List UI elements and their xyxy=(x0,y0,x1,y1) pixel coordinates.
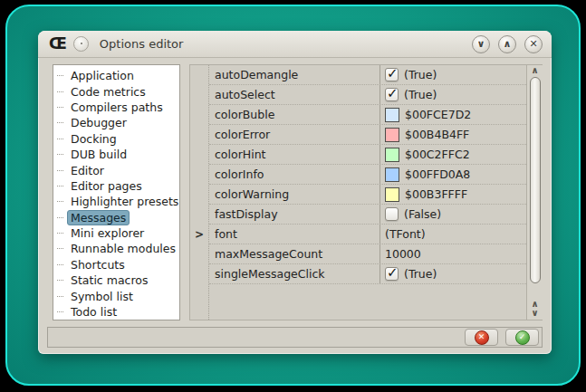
property-row-autoDemangle[interactable]: autoDemangle✓(True) xyxy=(209,65,526,85)
scroll-down-icon[interactable]: ∨ xyxy=(531,309,538,318)
sidebar-item-editor[interactable]: Editor xyxy=(55,162,179,177)
sidebar-item-shortcuts[interactable]: Shortcuts xyxy=(55,257,179,272)
cancel-button[interactable]: ✕ xyxy=(465,329,498,346)
scrollbar-thumb[interactable] xyxy=(530,77,541,283)
property-grid-gutter: > xyxy=(190,65,209,320)
sidebar-item-label: Todo list xyxy=(67,304,120,320)
sidebar-item-label: Docking xyxy=(67,131,120,147)
property-value[interactable]: $00FCE7D2 xyxy=(379,105,526,124)
check-icon: ✓ xyxy=(387,85,399,101)
sidebar-item-label: Symbol list xyxy=(67,289,137,304)
property-value-text: $00B3FFFF xyxy=(405,187,467,201)
sidebar-item-runnable-modules[interactable]: Runnable modules xyxy=(55,241,179,256)
category-tree[interactable]: ApplicationCode metricsCompilers pathsDe… xyxy=(53,64,180,320)
cancel-x-icon: ✕ xyxy=(475,330,489,345)
titlebar[interactable]: Œ Options editor ∨ ∧ ✕ xyxy=(38,31,552,58)
sidebar-item-label: Editor xyxy=(67,163,108,178)
property-row-autoSelect[interactable]: autoSelect✓(True) xyxy=(209,85,526,105)
window-controls: ∨ ∧ ✕ xyxy=(472,35,543,53)
accept-button[interactable]: ✓ xyxy=(505,329,539,346)
content-area: ApplicationCode metricsCompilers pathsDe… xyxy=(38,58,552,322)
sidebar-item-mini-explorer[interactable]: Mini explorer xyxy=(55,225,179,241)
property-row-colorError[interactable]: colorError$00B4B4FF xyxy=(209,125,526,145)
sidebar-item-debugger[interactable]: Debugger xyxy=(55,115,179,130)
property-value[interactable]: (TFont) xyxy=(379,225,526,244)
sidebar-item-todo-list[interactable]: Todo list xyxy=(55,304,179,320)
gutter-cell xyxy=(190,105,208,125)
window-menu-button[interactable] xyxy=(73,36,89,52)
maximize-button[interactable]: ∧ xyxy=(498,35,516,53)
accept-check-icon: ✓ xyxy=(515,330,530,345)
sidebar-item-compilers-paths[interactable]: Compilers paths xyxy=(55,100,179,115)
property-name: colorHint xyxy=(209,145,379,164)
sidebar-item-docking[interactable]: Docking xyxy=(55,131,179,147)
sidebar-item-label: DUB build xyxy=(67,147,130,162)
color-swatch[interactable] xyxy=(385,187,399,202)
vertical-scrollbar[interactable]: ∧ ∧ ∨ xyxy=(526,65,543,320)
check-icon: ✓ xyxy=(387,65,399,81)
property-row-singleMessageClick[interactable]: singleMessageClick✓(True) xyxy=(209,264,526,284)
property-name: colorBuble xyxy=(209,105,379,124)
sidebar-item-label: Code metrics xyxy=(67,84,149,100)
property-value[interactable]: $00B4B4FF xyxy=(379,125,526,144)
property-value[interactable]: ✓(True) xyxy=(379,85,526,104)
sidebar-item-static-macros[interactable]: Static macros xyxy=(55,272,179,288)
property-value[interactable]: $00B3FFFF xyxy=(379,185,526,204)
sidebar-item-label: Shortcuts xyxy=(67,257,129,272)
checkbox-checked-icon[interactable]: ✓ xyxy=(385,68,399,81)
color-swatch[interactable] xyxy=(385,128,399,142)
sidebar-item-label: Debugger xyxy=(67,115,130,130)
checkbox-unchecked-icon[interactable] xyxy=(385,207,399,221)
property-name: autoDemangle xyxy=(209,65,379,84)
property-row-font[interactable]: font(TFont) xyxy=(209,225,526,244)
dialog-footer: ✕ ✓ xyxy=(47,327,543,348)
sidebar-item-highlighter-presets[interactable]: Highlighter presets xyxy=(55,194,179,209)
sidebar-item-label: Runnable modules xyxy=(67,241,179,256)
property-value-text: 10000 xyxy=(385,247,421,261)
property-name: font xyxy=(209,225,379,244)
property-name: colorError xyxy=(209,125,379,144)
property-value-text: $00B4B4FF xyxy=(405,128,469,141)
property-name: colorWarning xyxy=(209,185,379,204)
sidebar-item-dub-build[interactable]: DUB build xyxy=(55,147,179,162)
window-title: Options editor xyxy=(100,37,184,51)
minimize-button[interactable]: ∨ xyxy=(472,35,490,53)
checkbox-checked-icon[interactable]: ✓ xyxy=(385,88,399,101)
property-row-maxMessageCount[interactable]: maxMessageCount10000 xyxy=(209,244,526,264)
property-grid-rows: autoDemangle✓(True)autoSelect✓(True)colo… xyxy=(209,65,526,320)
gutter-cell xyxy=(190,244,208,264)
sidebar-item-messages[interactable]: Messages xyxy=(55,210,179,225)
property-value[interactable]: ✓(True) xyxy=(379,264,526,283)
color-swatch[interactable] xyxy=(385,167,399,182)
checkbox-checked-icon[interactable]: ✓ xyxy=(385,267,399,281)
property-row-colorBuble[interactable]: colorBuble$00FCE7D2 xyxy=(209,105,526,125)
property-row-fastDisplay[interactable]: fastDisplay(False) xyxy=(209,205,526,225)
sidebar-item-application[interactable]: Application xyxy=(55,68,179,83)
gutter-cell xyxy=(190,65,208,85)
property-row-colorWarning[interactable]: colorWarning$00B3FFFF xyxy=(209,185,526,205)
property-value-text: (True) xyxy=(404,68,437,81)
property-value[interactable]: 10000 xyxy=(379,244,526,263)
close-button[interactable]: ✕ xyxy=(524,35,543,53)
property-value[interactable]: (False) xyxy=(379,205,526,224)
property-value[interactable]: $00FFD0A8 xyxy=(379,165,526,184)
property-value[interactable]: $00C2FFC2 xyxy=(379,145,526,164)
property-name: fastDisplay xyxy=(209,205,379,224)
sidebar-item-symbol-list[interactable]: Symbol list xyxy=(55,288,179,303)
sidebar-item-label: Application xyxy=(67,68,138,83)
sidebar-item-label: Static macros xyxy=(67,272,151,288)
property-name: singleMessageClick xyxy=(209,264,379,283)
property-name: colorInfo xyxy=(209,165,379,184)
color-swatch[interactable] xyxy=(385,148,399,162)
property-value-text: (TFont) xyxy=(385,227,426,241)
property-row-colorInfo[interactable]: colorInfo$00FFD0A8 xyxy=(209,165,526,185)
sidebar-item-editor-pages[interactable]: Editor pages xyxy=(55,178,179,194)
scroll-up-icon[interactable]: ∧ xyxy=(531,66,538,75)
sidebar-item-code-metrics[interactable]: Code metrics xyxy=(55,83,179,99)
property-value[interactable]: ✓(True) xyxy=(379,65,526,84)
property-name: maxMessageCount xyxy=(209,244,379,263)
color-swatch[interactable] xyxy=(385,108,399,122)
panel-splitter[interactable] xyxy=(180,64,189,322)
gutter-cell xyxy=(190,264,208,284)
property-row-colorHint[interactable]: colorHint$00C2FFC2 xyxy=(209,145,526,165)
